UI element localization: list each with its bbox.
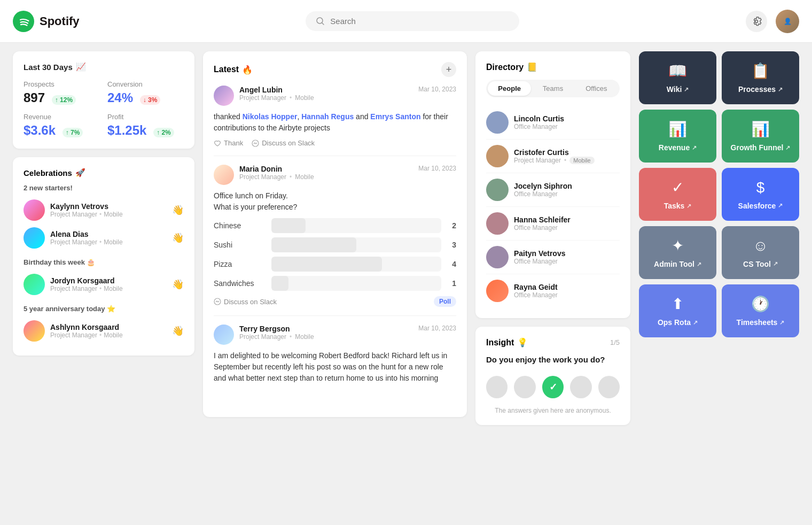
dir-avatar [486,179,509,201]
poll-option[interactable]: Sushi 3 [214,237,456,252]
tab-teams[interactable]: Teams [531,81,574,96]
quicklink-icon: ☺ [753,237,768,254]
wave-button[interactable]: 👋 [172,279,184,290]
post-actions: Thank Discuss on Slack [214,139,456,147]
poll-count: 2 [446,221,456,230]
person-name: Ashlynn Korsgaard [50,323,167,331]
quicklink-item[interactable]: 📋 Processes ↗ [722,51,799,104]
post-item: Maria Donin Project Manager • Mobile Mar… [214,165,456,316]
quicklink-item[interactable]: ✓ Tasks ↗ [639,168,716,221]
revenue-value: $3.6k ↑ 7% [24,123,100,138]
quicklink-label: Wiki ↗ [667,85,689,94]
insight-question: Do you enjoy the work you do? [486,354,620,365]
logo-area: Spotify [13,11,80,32]
poll-option[interactable]: Sandwiches 1 [214,276,456,291]
dir-avatar [486,145,509,167]
rating-dot-5[interactable] [598,376,620,398]
rating-dot-4[interactable] [570,376,591,398]
quicklink-item[interactable]: 📊 Revenue ↗ [639,110,716,163]
starter-person-row: Alena Dias Project Manager • Mobile👋 [24,224,184,252]
directory-person-row[interactable]: Jocelyn Siphron Office Manager [486,173,620,207]
quicklink-label: Revenue ↗ [659,143,697,152]
wave-button[interactable]: 👋 [172,325,184,337]
latest-header: Latest 🔥 + [214,62,456,77]
quicklinks-grid: 📖 Wiki ↗ 📋 Processes ↗ 📊 Revenue ↗ 📊 Gro… [639,51,799,337]
quicklink-item[interactable]: 📖 Wiki ↗ [639,51,716,104]
user-avatar[interactable]: 👤 [776,10,799,33]
directory-title: Directory 📒 [486,62,620,72]
wave-button[interactable]: 👋 [172,232,184,244]
dir-role: Office Manager [514,224,571,231]
poll-bar [271,276,288,291]
new-starters-label: 2 new starters! [24,184,184,192]
settings-button[interactable] [746,11,767,32]
revenue-label: Revenue [24,113,100,121]
insight-header: Insight 💡 1/5 [486,337,620,348]
anniversary-list: Ashlynn Korsgaard Project Manager • Mobi… [24,317,184,345]
directory-person-row[interactable]: Lincoln Curtis Office Manager [486,106,620,140]
action-button[interactable]: Discuss on Slack [252,139,315,147]
post-meta: Project Manager • Mobile [239,173,413,181]
quicklink-item[interactable]: 📊 Growth Funnel ↗ [722,110,799,163]
quicklink-label: Processes ↗ [738,85,783,94]
quicklink-item[interactable]: ⬆ Ops Rota ↗ [639,284,716,337]
dir-name: Lincoln Curtis [514,114,564,123]
starters-list: Kaylynn Vetrovs Project Manager • Mobile… [24,196,184,252]
mention-link[interactable]: Nikolas Hopper [243,112,298,121]
stats-grid: Prospects 897 ↑ 12% Conversion 24% ↓ 3% … [24,80,184,138]
directory-person-row[interactable]: Paityn Vetrovs Office Manager [486,241,620,274]
search-input[interactable] [330,17,509,26]
quicklink-item[interactable]: ✦ Admin Tool ↗ [639,226,716,279]
poll-option[interactable]: Chinese 2 [214,218,456,233]
add-post-button[interactable]: + [441,62,456,77]
action-button[interactable]: Discuss on Slack [214,298,277,306]
left-column: Last 30 Days 📈 Prospects 897 ↑ 12% Conve… [13,51,194,425]
profit-label: Profit [107,113,184,121]
dir-avatar [486,280,509,302]
poll-bar [271,237,356,252]
quicklink-icon: 🕐 [751,295,770,313]
quicklink-label: CS Tool ↗ [743,260,778,268]
wave-button[interactable]: 👋 [172,204,184,216]
tab-people[interactable]: People [488,81,531,96]
poll-bar-container [271,276,441,291]
dir-role: Office Manager [514,291,558,299]
mention-link[interactable]: Hannah Regus [301,112,354,121]
quicklink-item[interactable]: 🕐 Timesheets ↗ [722,284,799,337]
latest-column: Latest 🔥 + Angel Lubin Project Manager •… [203,51,467,425]
profit-stat: Profit $1.25k ↑ 2% [107,113,184,138]
dir-name: Cristofer Curtis [514,148,595,157]
directory-person-row[interactable]: Rayna Geidt Office Manager [486,274,620,307]
stats-card: Last 30 Days 📈 Prospects 897 ↑ 12% Conve… [13,51,194,149]
avatar [24,199,45,221]
tab-offices[interactable]: Offices [575,81,618,96]
quicklink-icon: 📊 [668,120,687,138]
quicklink-item[interactable]: ☺ CS Tool ↗ [722,226,799,279]
quicklink-icon: ⬆ [672,295,684,313]
quicklink-label: Ops Rota ↗ [658,318,698,327]
poll-count: 4 [446,260,456,268]
quicklink-label: Salesforce ↗ [738,202,783,210]
rating-dot-1[interactable] [486,376,508,398]
quicklink-icon: 📋 [751,62,770,80]
rating-dot-2[interactable] [514,376,535,398]
quicklink-item[interactable]: $ Salesforce ↗ [722,168,799,221]
action-button[interactable]: Thank [214,139,243,147]
rating-dot-3[interactable] [542,376,564,398]
poll-option[interactable]: Pizza 4 [214,257,456,272]
poll-bar [271,257,382,272]
avatar [24,320,45,342]
dir-role: Office Manager [514,258,566,265]
mention-link[interactable]: Emrys Santon [370,112,420,121]
quicklink-icon: $ [756,179,765,196]
search-bar[interactable] [306,11,519,31]
revenue-stat: Revenue $3.6k ↑ 7% [24,113,100,138]
post-meta: Project Manager • Mobile [239,333,413,341]
directory-person-row[interactable]: Cristofer Curtis Project Manager • Mobil… [486,140,620,173]
person-meta: Project Manager • Mobile [50,331,167,339]
birthday-person-row: Jordyn Korsgaard Project Manager • Mobil… [24,271,184,298]
latest-title: Latest 🔥 [214,65,253,75]
post-item: Terry Bergson Project Manager • Mobile M… [214,325,456,398]
post-actions: Discuss on SlackPoll [214,296,456,307]
directory-person-row[interactable]: Hanna Schleifer Office Manager [486,207,620,241]
